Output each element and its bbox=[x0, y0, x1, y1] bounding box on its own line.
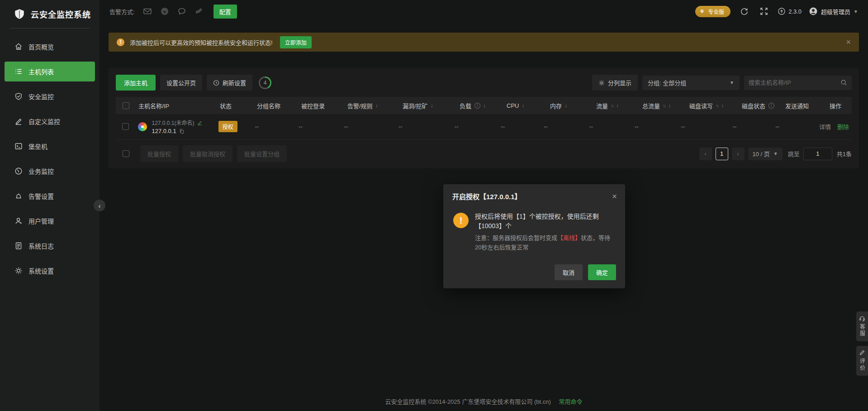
col-header: 主机名称/IP bbox=[138, 101, 169, 110]
cell-vuln: -- bbox=[398, 123, 403, 130]
sidebar-item-security[interactable]: 安全监控 bbox=[5, 86, 95, 106]
cancel-button[interactable]: 取消 bbox=[555, 264, 583, 280]
authorize-modal: 开启授权【127.0.0.1】 × ! 授权后将使用【1】个被控授权，使用后还剩… bbox=[443, 184, 625, 288]
group-filter-value: 分组: 全部分组 bbox=[648, 78, 686, 87]
col-header: 磁盘状态 bbox=[742, 101, 765, 110]
feedback-tab[interactable]: 评价 bbox=[856, 346, 868, 376]
banner-text: 添加被控后可以更高效的预知被控系统安全和运行状态! bbox=[130, 38, 273, 47]
shield-logo-icon bbox=[14, 8, 25, 20]
public-page-button[interactable]: 设置公开页 bbox=[160, 75, 202, 91]
terminal-icon bbox=[14, 142, 23, 150]
confirm-button[interactable]: 确定 bbox=[588, 264, 616, 280]
sidebar-item-home[interactable]: 首页概览 bbox=[5, 37, 95, 57]
authorize-badge[interactable]: 授权 bbox=[218, 121, 237, 132]
close-icon[interactable]: × bbox=[612, 192, 617, 201]
side-tabs: 客服 评价 bbox=[856, 311, 868, 376]
refresh-settings-button[interactable]: 刷新设置 bbox=[207, 75, 252, 91]
prev-page-button[interactable]: ‹ bbox=[699, 148, 712, 160]
sort-updown-icon[interactable]: ↑↓ bbox=[716, 103, 718, 108]
detail-link[interactable]: 详情 bbox=[819, 122, 831, 131]
sidebar-item-business-monitor[interactable]: 业务监控 bbox=[5, 161, 95, 181]
wechat-icon[interactable] bbox=[177, 6, 187, 16]
sort-down-icon[interactable]: ↓ bbox=[564, 102, 567, 109]
list-icon bbox=[14, 67, 23, 76]
modal-note-prefix: 注意：服务器授权后会暂时变成 bbox=[475, 234, 557, 241]
batch-checkbox[interactable] bbox=[123, 150, 129, 157]
sort-down-icon[interactable]: ↓ bbox=[616, 102, 619, 109]
page-size-value: 10 / 页 bbox=[753, 149, 770, 158]
search-input[interactable] bbox=[749, 79, 840, 86]
column-display-button[interactable]: 分列显示 bbox=[592, 75, 638, 91]
sidebar-item-label: 堡垒机 bbox=[28, 142, 47, 151]
batch-authorize-button[interactable]: 批量授权 bbox=[140, 145, 178, 162]
sidebar-item-settings[interactable]: 系统设置 bbox=[5, 261, 95, 281]
log-icon bbox=[14, 242, 23, 250]
sidebar-item-label: 用户管理 bbox=[28, 216, 54, 225]
sort-down-icon[interactable]: ↓ bbox=[431, 102, 433, 109]
select-all-checkbox[interactable] bbox=[123, 102, 129, 109]
cell-cpu: -- bbox=[501, 123, 505, 130]
next-page-button[interactable]: › bbox=[732, 148, 745, 160]
sort-down-icon[interactable]: ↓ bbox=[668, 102, 671, 109]
refresh-countdown-value: 4 bbox=[260, 78, 270, 88]
edition-badge[interactable]: 专业版 bbox=[695, 6, 730, 17]
total-count: 共1条 bbox=[837, 149, 852, 158]
version-label: 2.3.0 bbox=[788, 8, 802, 15]
sort-updown-icon[interactable]: ↑↓ bbox=[663, 103, 665, 108]
col-header: 状态 bbox=[220, 101, 232, 110]
col-header: 内存 bbox=[550, 101, 562, 110]
cell-notify: -- bbox=[775, 123, 779, 130]
config-button[interactable]: 配置 bbox=[213, 5, 237, 19]
support-tab[interactable]: 客服 bbox=[856, 311, 868, 341]
dingtalk-icon[interactable] bbox=[160, 6, 170, 16]
sort-down-icon[interactable]: ↓ bbox=[483, 102, 486, 109]
jump-page-input[interactable] bbox=[803, 148, 832, 160]
add-host-button[interactable]: 添加主机 bbox=[116, 75, 156, 91]
fullscreen-icon[interactable] bbox=[759, 6, 769, 16]
host-ip: 127.0.0.1 bbox=[152, 128, 176, 134]
refresh-icon[interactable] bbox=[739, 6, 749, 16]
batch-unauthorize-button[interactable]: 批量取消授权 bbox=[183, 145, 232, 162]
user-menu[interactable]: 超级管理员 ▼ bbox=[809, 7, 858, 16]
group-filter-select[interactable]: 分组: 全部分组 ▼ bbox=[642, 76, 740, 90]
refresh-settings-label: 刷新设置 bbox=[223, 78, 246, 87]
edit-icon[interactable] bbox=[197, 120, 203, 125]
sort-updown-icon[interactable]: ↑↓ bbox=[611, 103, 613, 108]
common-commands-link[interactable]: 常用命令 bbox=[559, 398, 583, 405]
sidebar-item-bastion[interactable]: 堡垒机 bbox=[5, 136, 95, 156]
pagination: ‹ 1 › 10 / 页 ▼ 跳至 共1条 bbox=[699, 148, 852, 160]
search-icon[interactable] bbox=[840, 79, 847, 86]
sidebar-item-logs[interactable]: 系统日志 bbox=[5, 236, 95, 256]
host-toolbar: 添加主机 设置公开页 刷新设置 4 分列显示 分组: bbox=[116, 75, 852, 91]
delete-link[interactable]: 删除 bbox=[837, 122, 849, 131]
sidebar-item-custom-monitor[interactable]: 自定义监控 bbox=[5, 111, 95, 131]
jump-label: 跳至 bbox=[788, 149, 800, 158]
sort-down-icon[interactable]: ↓ bbox=[375, 102, 378, 109]
table-row: 127.0.0.1(未命名) 127.0.0.1 授权 -- bbox=[116, 114, 852, 139]
modal-message: 授权后将使用【1】个被控授权，使用后还剩【10003】个 bbox=[475, 212, 615, 231]
sort-down-icon[interactable]: ↓ bbox=[522, 102, 524, 109]
page-size-select[interactable]: 10 / 页 ▼ bbox=[748, 148, 783, 160]
sidebar-collapse-handle[interactable]: ‹ bbox=[94, 200, 105, 211]
sidebar-item-alarm-settings[interactable]: 告警设置 bbox=[5, 186, 95, 206]
col-header: 操作 bbox=[830, 101, 841, 110]
add-now-button[interactable]: 立即添加 bbox=[280, 36, 312, 48]
batch-set-group-button[interactable]: 批量设置分组 bbox=[237, 145, 287, 162]
info-icon: ! bbox=[768, 103, 774, 109]
cell-load: -- bbox=[455, 123, 459, 130]
shield-check-icon bbox=[14, 92, 23, 100]
modal-title: 开启授权【127.0.0.1】 bbox=[452, 191, 522, 201]
sort-down-icon[interactable]: ↓ bbox=[721, 102, 724, 109]
version-indicator[interactable]: 2.3.0 bbox=[778, 7, 802, 15]
feishu-icon[interactable] bbox=[194, 6, 204, 16]
col-header: 流量 bbox=[596, 101, 608, 110]
row-checkbox[interactable] bbox=[122, 123, 129, 130]
mail-icon[interactable] bbox=[142, 6, 152, 16]
sidebar-item-users[interactable]: 用户管理 bbox=[5, 211, 95, 231]
copy-icon[interactable] bbox=[179, 129, 185, 134]
current-page[interactable]: 1 bbox=[716, 148, 728, 160]
host-name: 127.0.0.1(未命名) bbox=[152, 119, 194, 126]
column-display-label: 分列显示 bbox=[608, 78, 631, 87]
sidebar-item-hosts[interactable]: 主机列表 bbox=[5, 62, 95, 81]
banner-close-icon[interactable]: × bbox=[846, 38, 851, 47]
